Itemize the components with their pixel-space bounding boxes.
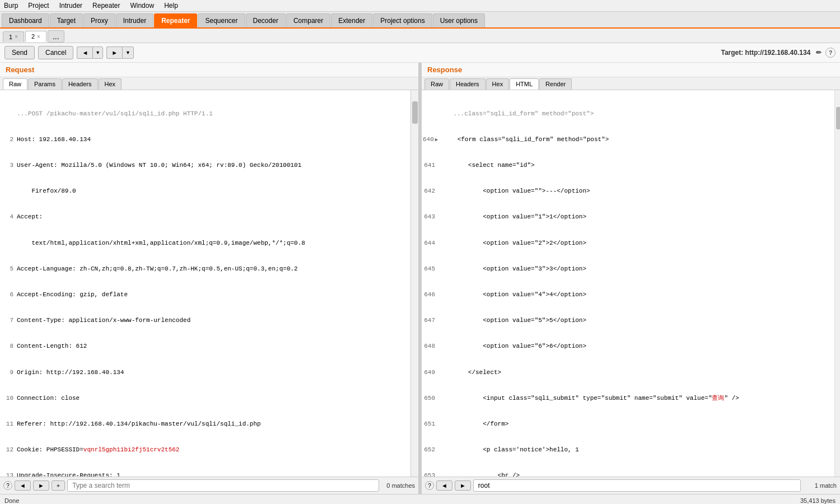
response-panel-content: ...class="sqli_id_form" method="post"> 6… [422, 90, 840, 477]
response-code-area[interactable]: ...class="sqli_id_form" method="post"> 6… [422, 90, 840, 477]
request-scroll-thumb[interactable] [412, 101, 418, 124]
tab-user-options[interactable]: User options [433, 13, 485, 27]
status-text: Done [4, 497, 19, 504]
response-panel: Response Raw Headers Hex HTML Render ...… [422, 63, 840, 494]
request-search-plus[interactable]: + [52, 480, 65, 491]
request-search-bar: ? ◄ ► + 0 matches [0, 477, 418, 494]
help-icon[interactable]: ? [825, 48, 836, 58]
tab-target[interactable]: Target [50, 13, 83, 27]
request-search-next[interactable]: ► [33, 480, 49, 491]
request-panel-title: Request [0, 63, 418, 77]
request-code-area[interactable]: ...POST /pikachu-master/vul/sqli/sqli_id… [0, 90, 418, 477]
request-tab-raw[interactable]: Raw [3, 78, 27, 90]
response-panel-tabs: Raw Headers Hex HTML Render [422, 77, 840, 90]
response-tab-headers[interactable]: Headers [450, 78, 486, 90]
forward-dropdown[interactable]: ▼ [122, 46, 134, 59]
request-search-matches: 0 matches [381, 482, 415, 489]
tab-dashboard[interactable]: Dashboard [2, 13, 49, 27]
response-panel-title: Response [422, 63, 840, 77]
response-scrollbar[interactable] [834, 90, 840, 477]
response-tab-hex[interactable]: Hex [486, 78, 510, 90]
response-tab-html[interactable]: HTML [510, 78, 539, 90]
tab-comparer[interactable]: Comparer [286, 13, 330, 27]
repeater-tab-2[interactable]: 2 × [25, 31, 46, 42]
request-tab-hex[interactable]: Hex [99, 78, 122, 90]
tab-1-label: 1 [9, 34, 12, 40]
add-tab-button[interactable]: ... [48, 30, 64, 43]
response-search-help-icon[interactable]: ? [425, 481, 434, 490]
menu-window[interactable]: Window [128, 1, 156, 10]
back-button[interactable]: ◄ [77, 46, 92, 59]
send-button[interactable]: Send [4, 46, 35, 59]
toolbar: Send Cancel ◄ ▼ ► ▼ Target: http://192.1… [0, 43, 840, 63]
tab-sequencer[interactable]: Sequencer [198, 13, 245, 27]
request-search-prev[interactable]: ◄ [15, 480, 31, 491]
menu-project[interactable]: Project [26, 1, 50, 10]
menu-help[interactable]: Help [162, 1, 180, 10]
request-scrollbar[interactable] [410, 90, 418, 477]
tab-intruder[interactable]: Intruder [116, 13, 153, 27]
tab-2-close[interactable]: × [37, 34, 40, 40]
cancel-button[interactable]: Cancel [38, 46, 73, 59]
response-search-matches: 1 match [803, 482, 837, 489]
tab-2-label: 2 [31, 33, 35, 40]
tab-1-close[interactable]: × [15, 34, 18, 40]
tab-extender[interactable]: Extender [331, 13, 372, 27]
target-label: Target: http://192.168.40.134 ✏ ? [721, 48, 836, 58]
tab-repeater[interactable]: Repeater [154, 13, 197, 27]
response-scroll-thumb[interactable] [836, 107, 840, 129]
request-tab-params[interactable]: Params [28, 78, 62, 90]
menubar: Burp Project Intruder Repeater Window He… [0, 0, 840, 12]
back-dropdown[interactable]: ▼ [92, 46, 103, 59]
response-search-next[interactable]: ► [455, 480, 471, 491]
response-search-bar: ? ◄ ► 1 match [422, 477, 840, 494]
statusbar: Done 35,413 bytes [0, 494, 840, 504]
request-panel: Request Raw Params Headers Hex ...POST /… [0, 63, 419, 494]
request-panel-content: ...POST /pikachu-master/vul/sqli/sqli_id… [0, 90, 418, 477]
response-tab-raw[interactable]: Raw [424, 78, 449, 90]
byte-count: 35,413 bytes [800, 497, 836, 504]
request-search-help-icon[interactable]: ? [3, 481, 12, 490]
back-nav-group: ◄ ▼ [77, 46, 103, 59]
menu-repeater[interactable]: Repeater [91, 1, 122, 10]
request-tab-headers[interactable]: Headers [62, 78, 98, 90]
main-tabs: Dashboard Target Proxy Intruder Repeater… [0, 12, 840, 29]
forward-button[interactable]: ► [106, 46, 122, 59]
repeater-tab-1[interactable]: 1 × [3, 31, 24, 42]
response-search-input[interactable] [473, 479, 801, 492]
main-split: Request Raw Params Headers Hex ...POST /… [0, 63, 840, 494]
menu-intruder[interactable]: Intruder [58, 1, 84, 10]
edit-target-icon[interactable]: ✏ [816, 49, 822, 57]
forward-nav-group: ► ▼ [106, 46, 134, 59]
menu-burp[interactable]: Burp [2, 1, 20, 10]
tab-decoder[interactable]: Decoder [246, 13, 286, 27]
response-tab-render[interactable]: Render [539, 78, 572, 90]
repeater-tabs: 1 × 2 × ... [0, 29, 840, 43]
request-panel-tabs: Raw Params Headers Hex [0, 77, 418, 90]
response-search-prev[interactable]: ◄ [436, 480, 452, 491]
tab-proxy[interactable]: Proxy [83, 13, 115, 27]
request-search-input[interactable] [67, 479, 379, 492]
tab-project-options[interactable]: Project options [373, 13, 432, 27]
